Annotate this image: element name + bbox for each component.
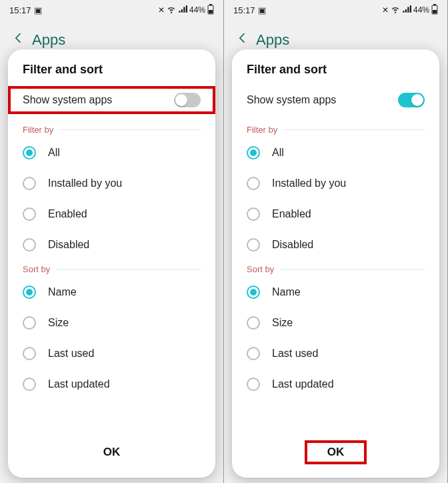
filter-option-installed[interactable]: Installed by you [8,168,215,199]
radio-icon [247,177,260,190]
sort-option-last-used[interactable]: Last used [8,338,215,369]
dialog-title: Filter and sort [8,63,215,86]
show-system-apps-row[interactable]: Show system apps [232,86,439,114]
wifi-icon [167,5,176,16]
apps-title: Apps [32,31,65,49]
image-icon: ▣ [258,5,266,15]
radio-icon [23,238,36,252]
filter-option-disabled[interactable]: Disabled [232,229,439,260]
radio-icon [23,177,36,190]
sort-by-label: Sort by [23,264,50,274]
sort-option-last-updated[interactable]: Last updated [8,369,215,400]
radio-icon [23,316,36,330]
signal-icon [178,5,187,16]
screenshot-left: 15:17 ▣ ✕ 44% Apps Filter and sort Show … [0,0,224,483]
filter-option-disabled[interactable]: Disabled [8,229,215,260]
filter-sort-dialog: Filter and sort Show system apps Filter … [232,49,439,478]
sort-option-size[interactable]: Size [8,308,215,338]
battery-icon [207,4,214,17]
show-system-apps-label: Show system apps [23,94,112,106]
radio-icon [23,378,36,391]
image-icon: ▣ [34,5,42,15]
status-bar: 15:17 ▣ ✕ 44% [224,0,447,20]
radio-icon [247,207,260,221]
status-time: 15:17 [233,5,255,15]
show-system-apps-toggle[interactable] [398,93,425,107]
battery-icon [431,4,438,17]
radio-icon [247,347,260,360]
filter-option-all[interactable]: All [232,137,439,168]
apps-title: Apps [256,31,289,49]
radio-icon [23,286,36,299]
ok-button[interactable]: OK [305,440,367,464]
signal-icon [402,5,411,16]
back-icon[interactable] [12,31,25,49]
show-system-apps-row[interactable]: Show system apps [8,86,215,114]
back-icon[interactable] [236,31,249,49]
sort-by-section: Sort by [232,264,439,274]
radio-icon [23,146,36,159]
mute-icon: ✕ [158,5,165,15]
svg-rect-2 [209,10,213,13]
status-bar: 15:17 ▣ ✕ 44% [0,0,223,20]
sort-option-name[interactable]: Name [232,277,439,308]
ok-row: OK [232,428,439,478]
sort-option-last-used[interactable]: Last used [232,338,439,369]
radio-icon [247,146,260,159]
ok-row: OK [8,428,215,478]
radio-icon [247,316,260,330]
ok-button[interactable]: OK [81,440,143,464]
svg-rect-4 [433,4,436,5]
filter-by-label: Filter by [23,125,53,135]
filter-option-enabled[interactable]: Enabled [8,199,215,229]
radio-icon [23,347,36,360]
radio-icon [247,286,260,299]
svg-rect-1 [209,4,212,5]
filter-option-enabled[interactable]: Enabled [232,199,439,229]
sort-option-size[interactable]: Size [232,308,439,338]
filter-by-section: Filter by [8,125,215,135]
wifi-icon [391,5,400,16]
radio-icon [247,238,260,252]
status-time: 15:17 [9,5,31,15]
show-system-apps-label: Show system apps [247,94,336,106]
status-battery-text: 44% [189,5,205,15]
status-battery-text: 44% [413,5,429,15]
radio-icon [23,207,36,221]
sort-option-name[interactable]: Name [8,277,215,308]
svg-rect-5 [433,10,437,13]
mute-icon: ✕ [382,5,389,15]
filter-by-section: Filter by [232,125,439,135]
screenshot-right: 15:17 ▣ ✕ 44% Apps Filter and sort Show … [224,0,448,483]
dialog-title: Filter and sort [232,63,439,86]
sort-by-section: Sort by [8,264,215,274]
filter-sort-dialog: Filter and sort Show system apps Filter … [8,49,215,478]
radio-icon [247,378,260,391]
filter-option-installed[interactable]: Installed by you [232,168,439,199]
sort-option-last-updated[interactable]: Last updated [232,369,439,400]
show-system-apps-toggle[interactable] [174,93,201,107]
sort-by-label: Sort by [247,264,274,274]
filter-by-label: Filter by [247,125,277,135]
filter-option-all[interactable]: All [8,137,215,168]
